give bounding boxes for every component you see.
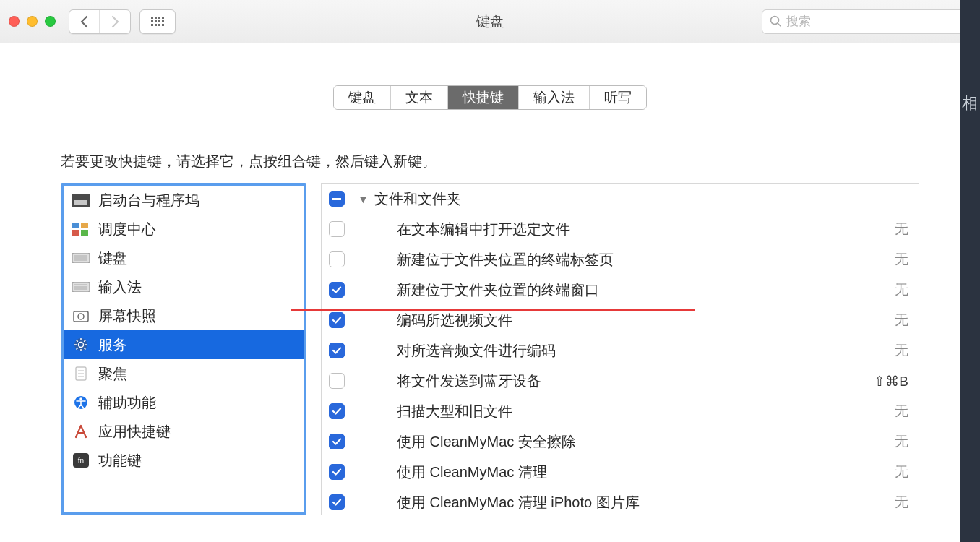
sidebar-item-mission-control[interactable]: 调度中心 xyxy=(64,215,304,244)
svg-point-33 xyxy=(79,397,82,400)
service-label: 编码所选视频文件 xyxy=(397,311,895,330)
services-list[interactable]: ▼ 文件和文件夹 在文本编辑中打开选定文件 无 新建位于文件夹位置的终端标签页 … xyxy=(321,183,919,515)
maximize-button[interactable] xyxy=(45,16,56,27)
checkbox[interactable] xyxy=(329,343,345,358)
checkbox[interactable] xyxy=(329,282,345,298)
tab-keyboard[interactable]: 键盘 xyxy=(334,86,391,109)
checkbox[interactable] xyxy=(329,221,345,237)
minimize-button[interactable] xyxy=(27,16,38,27)
sidebar-item-accessibility[interactable]: 辅助功能 xyxy=(64,388,304,417)
sidebar-item-label: 辅助功能 xyxy=(98,393,156,413)
service-label: 对所选音频文件进行编码 xyxy=(397,341,895,361)
service-row[interactable]: 新建位于文件夹位置的终端窗口 无 xyxy=(322,275,919,305)
sidebar-item-spotlight[interactable]: 聚焦 xyxy=(64,359,304,388)
checkbox[interactable] xyxy=(329,494,345,510)
sidebar-item-input-sources[interactable]: 输入法 xyxy=(64,272,304,301)
shortcut-value[interactable]: 无 xyxy=(895,463,908,481)
keyboard-icon xyxy=(72,251,90,265)
checkbox-mixed[interactable] xyxy=(329,191,345,207)
search-box[interactable] xyxy=(762,9,971,34)
service-row[interactable]: 使用 CleanMyMac 安全擦除 无 xyxy=(322,426,919,457)
service-label: 将文件发送到蓝牙设备 xyxy=(397,371,874,391)
shortcut-value[interactable]: 无 xyxy=(895,250,908,269)
instruction-text: 若要更改快捷键，请选择它，点按组合键，然后键入新键。 xyxy=(0,110,980,183)
service-label: 在文本编辑中打开选定文件 xyxy=(397,220,895,239)
services-group-header[interactable]: ▼ 文件和文件夹 xyxy=(322,184,919,214)
svg-rect-3 xyxy=(74,200,87,205)
adjacent-window-strip: 相 xyxy=(960,0,980,542)
shortcut-value[interactable]: 无 xyxy=(895,280,908,299)
back-button[interactable] xyxy=(69,10,100,33)
service-row[interactable]: 编码所选视频文件 无 xyxy=(322,305,919,335)
sidebar-item-function-keys[interactable]: fn 功能键 xyxy=(64,446,304,475)
document-icon xyxy=(72,366,90,381)
sidebar-item-label: 服务 xyxy=(98,335,127,355)
service-label: 使用 CleanMyMac 安全擦除 xyxy=(397,432,895,452)
tab-input-sources[interactable]: 输入法 xyxy=(519,86,590,109)
tabs: 键盘 文本 快捷键 输入法 听写 xyxy=(333,85,647,110)
service-row[interactable]: 扫描大型和旧文件 无 xyxy=(322,396,919,426)
fn-icon: fn xyxy=(72,453,90,468)
tab-shortcuts[interactable]: 快捷键 xyxy=(448,86,519,109)
tab-dictation[interactable]: 听写 xyxy=(590,86,646,109)
category-sidebar[interactable]: 启动台与程序坞 调度中心 键盘 xyxy=(61,183,306,515)
sidebar-item-services[interactable]: 服务 xyxy=(64,330,304,359)
checkbox[interactable] xyxy=(329,403,345,419)
shortcut-value[interactable]: 无 xyxy=(895,311,908,330)
show-all-button[interactable] xyxy=(139,9,176,34)
split-view: 启动台与程序坞 调度中心 键盘 xyxy=(0,183,980,515)
sidebar-item-label: 屏幕快照 xyxy=(98,306,156,326)
app-icon xyxy=(72,424,90,439)
gear-icon xyxy=(72,337,90,352)
service-row[interactable]: 将文件发送到蓝牙设备 ⇧⌘B xyxy=(322,366,919,396)
service-row[interactable]: 对所选音频文件进行编码 无 xyxy=(322,335,919,366)
svg-line-1 xyxy=(778,23,781,26)
shortcut-value[interactable]: 无 xyxy=(895,341,908,360)
forward-button[interactable] xyxy=(100,10,130,33)
service-row[interactable]: 使用 CleanMyMac 清理 iPhoto 图片库 无 xyxy=(322,487,919,515)
search-icon xyxy=(770,15,782,27)
close-button[interactable] xyxy=(9,16,20,27)
shortcut-value[interactable]: 无 xyxy=(895,402,908,421)
shortcut-value[interactable]: 无 xyxy=(895,220,908,238)
camera-icon xyxy=(72,309,90,323)
svg-rect-4 xyxy=(72,223,79,228)
service-label: 使用 CleanMyMac 清理 iPhoto 图片库 xyxy=(397,493,895,512)
checkbox[interactable] xyxy=(329,434,345,449)
service-row[interactable]: 使用 CleanMyMac 清理 无 xyxy=(322,457,919,487)
content-area: 键盘 文本 快捷键 输入法 听写 若要更改快捷键，请选择它，点按组合键，然后键入… xyxy=(0,43,980,515)
checkbox[interactable] xyxy=(329,312,345,328)
disclosure-triangle-icon[interactable]: ▼ xyxy=(358,193,369,205)
keyboard-icon xyxy=(72,280,90,294)
sidebar-item-app-shortcuts[interactable]: 应用快捷键 xyxy=(64,417,304,446)
nav-buttons xyxy=(69,9,131,34)
mission-control-icon xyxy=(72,222,90,236)
svg-point-17 xyxy=(78,314,84,319)
search-input[interactable] xyxy=(786,14,963,29)
service-label: 新建位于文件夹位置的终端标签页 xyxy=(397,250,895,270)
sidebar-item-launchpad[interactable]: 启动台与程序坞 xyxy=(64,186,304,215)
adjacent-window-text: 相 xyxy=(962,93,978,114)
service-row[interactable]: 在文本编辑中打开选定文件 无 xyxy=(322,214,919,244)
tab-text[interactable]: 文本 xyxy=(391,86,448,109)
svg-rect-6 xyxy=(72,230,79,236)
traffic-lights xyxy=(9,16,56,27)
checkbox[interactable] xyxy=(329,373,345,389)
accessibility-icon xyxy=(72,395,90,410)
tabstrip: 键盘 文本 快捷键 输入法 听写 xyxy=(0,43,980,110)
service-label: 使用 CleanMyMac 清理 xyxy=(397,463,895,482)
grid-icon xyxy=(151,17,164,26)
sidebar-item-label: 调度中心 xyxy=(98,220,156,239)
sidebar-item-keyboard[interactable]: 键盘 xyxy=(64,244,304,272)
checkbox[interactable] xyxy=(329,464,345,480)
checkbox[interactable] xyxy=(329,251,345,267)
sidebar-item-label: 功能键 xyxy=(98,451,142,470)
service-row[interactable]: 新建位于文件夹位置的终端标签页 无 xyxy=(322,244,919,275)
sidebar-item-screenshots[interactable]: 屏幕快照 xyxy=(64,301,304,330)
launchpad-icon xyxy=(72,193,90,207)
shortcut-value[interactable]: ⇧⌘B xyxy=(874,373,908,390)
group-label: 文件和文件夹 xyxy=(374,189,908,209)
shortcut-value[interactable]: 无 xyxy=(895,432,908,451)
shortcut-value[interactable]: 无 xyxy=(895,493,908,512)
sidebar-item-label: 应用快捷键 xyxy=(98,422,171,442)
